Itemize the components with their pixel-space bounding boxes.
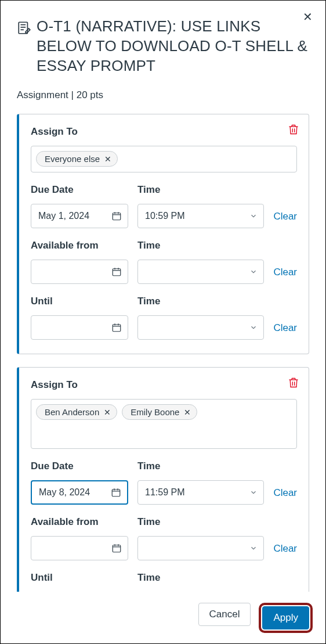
field-label: Time <box>137 516 264 528</box>
date-input[interactable] <box>31 204 128 228</box>
remove-assignee-icon[interactable]: ✕ <box>104 408 111 417</box>
cancel-button[interactable]: Cancel <box>198 603 251 626</box>
modal-tray: ✕ O-T1 (NARRATIVE): USE LINKS BELOW TO D… <box>0 0 326 644</box>
assignment-icon <box>17 20 32 35</box>
time-input[interactable] <box>138 537 263 560</box>
remove-assignee-icon[interactable]: ✕ <box>104 154 111 164</box>
date-input-wrap[interactable] <box>31 480 128 505</box>
time-column: Time <box>137 296 264 340</box>
scroll-area[interactable]: Assign ToEveryone else✕Due DateTimeClear… <box>1 114 325 592</box>
date-time-row: Available fromTimeClear <box>31 240 297 284</box>
date-column: Due Date <box>31 460 128 505</box>
field-label: Due Date <box>31 460 128 472</box>
assign-card: Assign ToBen Anderson✕Emily Boone✕Due Da… <box>17 367 309 592</box>
time-column: Time <box>137 184 264 228</box>
date-input-wrap[interactable] <box>31 536 128 560</box>
date-time-row: Available fromTimeClear <box>31 516 297 560</box>
assignee-name: Everyone else <box>45 154 100 164</box>
time-input[interactable] <box>138 204 263 228</box>
date-input-wrap[interactable] <box>31 315 128 340</box>
time-input[interactable] <box>138 260 263 283</box>
assign-card: Assign ToEveryone else✕Due DateTimeClear… <box>17 114 309 354</box>
field-label: Time <box>137 296 264 307</box>
date-time-row-labels-only: UntilTime <box>31 572 297 584</box>
assign-to-label: Assign To <box>31 379 297 391</box>
apply-highlight-ring: Apply <box>259 603 313 633</box>
date-input[interactable] <box>31 260 128 283</box>
clear-link[interactable]: Clear <box>273 211 297 228</box>
close-icon[interactable]: ✕ <box>303 11 313 23</box>
date-input-wrap[interactable] <box>31 204 128 228</box>
clear-link[interactable]: Clear <box>273 322 297 340</box>
date-input[interactable] <box>31 537 128 560</box>
time-input-wrap[interactable] <box>137 480 264 505</box>
field-label: Time <box>137 240 264 251</box>
date-time-row: Due DateTimeClear <box>31 460 297 505</box>
field-label: Time <box>137 572 297 584</box>
date-column: Available from <box>31 240 128 284</box>
time-input-wrap[interactable] <box>137 536 264 560</box>
assignee-name: Ben Anderson <box>45 407 99 417</box>
assignee-pill[interactable]: Emily Boone✕ <box>122 404 197 420</box>
assign-to-label: Assign To <box>31 126 297 138</box>
header: ✕ O-T1 (NARRATIVE): USE LINKS BELOW TO D… <box>1 1 325 114</box>
time-input-wrap[interactable] <box>137 260 264 284</box>
field-label: Due Date <box>31 184 128 196</box>
footer: Cancel Apply <box>1 592 325 643</box>
date-input[interactable] <box>31 316 128 339</box>
assignee-name: Emily Boone <box>131 407 179 417</box>
assignee-pill[interactable]: Everyone else✕ <box>36 151 118 167</box>
time-column: Time <box>137 240 264 284</box>
trash-icon[interactable] <box>288 124 299 135</box>
svg-rect-0 <box>19 22 27 34</box>
page-title: O-T1 (NARRATIVE): USE LINKS BELOW TO DOW… <box>37 17 309 75</box>
assignee-box[interactable]: Everyone else✕ <box>31 146 297 172</box>
assignment-subtitle: Assignment | 20 pts <box>17 89 309 101</box>
field-label: Time <box>137 460 264 472</box>
time-input[interactable] <box>138 316 263 339</box>
time-column: Time <box>137 516 264 560</box>
date-column: Due Date <box>31 184 128 228</box>
clear-link[interactable]: Clear <box>273 487 297 505</box>
clear-link[interactable]: Clear <box>273 267 297 284</box>
date-time-row: UntilTimeClear <box>31 296 297 340</box>
time-input[interactable] <box>138 481 263 504</box>
remove-assignee-icon[interactable]: ✕ <box>184 408 191 417</box>
date-input[interactable] <box>32 481 127 503</box>
assignee-pill[interactable]: Ben Anderson✕ <box>36 404 117 420</box>
field-label: Available from <box>31 516 128 528</box>
time-input-wrap[interactable] <box>137 315 264 340</box>
clear-link[interactable]: Clear <box>273 543 297 560</box>
field-label: Until <box>31 572 128 584</box>
time-column: Time <box>137 460 264 505</box>
date-column: Until <box>31 296 128 340</box>
field-label: Time <box>137 184 264 196</box>
assignee-box[interactable]: Ben Anderson✕Emily Boone✕ <box>31 399 297 449</box>
apply-button[interactable]: Apply <box>262 606 309 629</box>
trash-icon[interactable] <box>288 377 299 388</box>
date-input-wrap[interactable] <box>31 260 128 284</box>
field-label: Until <box>31 296 128 307</box>
field-label: Available from <box>31 240 128 251</box>
date-column: Available from <box>31 516 128 560</box>
time-input-wrap[interactable] <box>137 204 264 228</box>
date-time-row: Due DateTimeClear <box>31 184 297 228</box>
